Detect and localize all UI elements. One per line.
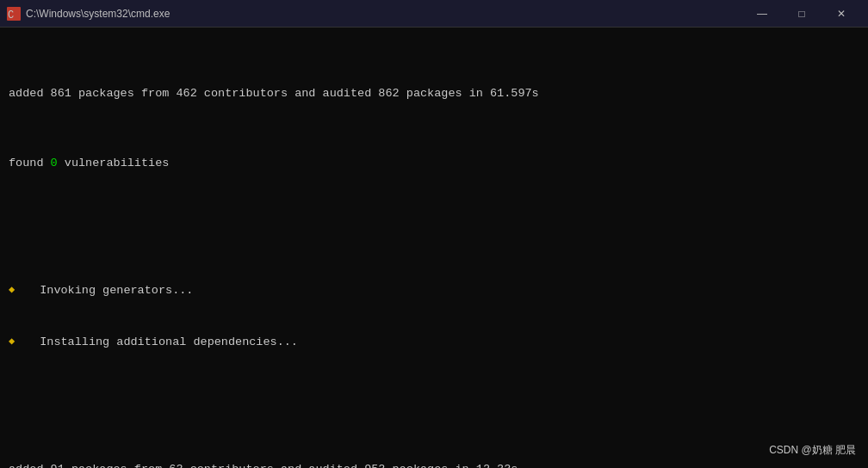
terminal-output: added 861 packages from 462 contributors… [0,28,868,468]
terminal-line: added 861 packages from 462 contributors… [9,85,859,102]
terminal-line: ◆ Installing additional dependencies... [9,334,859,351]
terminal-line: found 0 vulnerabilities [9,155,859,172]
cmd-icon: C [7,7,21,21]
terminal-line: ◆ Invoking generators... [9,282,859,299]
window-title: C:\Windows\system32\cmd.exe [26,8,742,20]
maximize-button[interactable]: □ [782,0,822,28]
svg-text:C: C [8,9,14,21]
diamond-icon: ◆ [9,282,21,298]
minimize-button[interactable]: — [742,0,782,28]
blank-line [9,225,859,230]
terminal-line: added 91 packages from 63 contributors a… [9,461,859,468]
blank-line [9,403,859,409]
window-controls: — □ ✕ [742,0,861,28]
diamond-icon: ◆ [9,334,21,349]
title-bar: C C:\Windows\system32\cmd.exe — □ ✕ [0,0,868,28]
close-button[interactable]: ✕ [822,0,861,28]
